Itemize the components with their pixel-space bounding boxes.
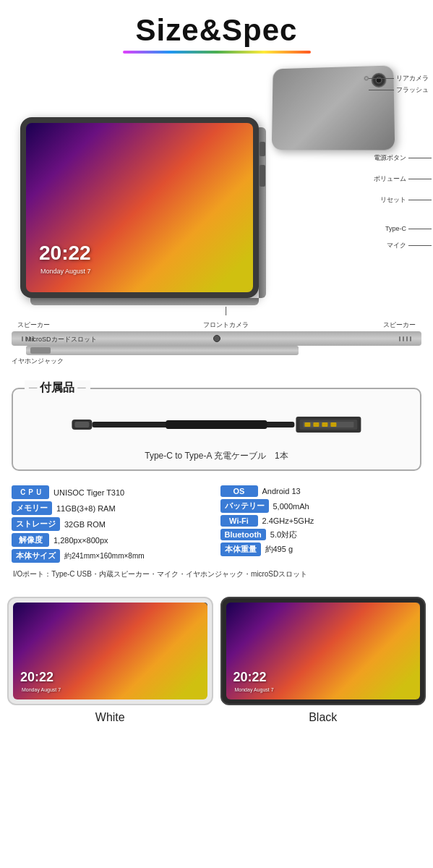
spec-storage-label: ストレージ [12,517,60,531]
tablet-white: 20:22 Monday August 7 [7,597,213,705]
spec-memory-value: 11GB(3+8) RAM [56,504,116,513]
spec-os-value: Android 13 [262,487,301,495]
spec-size: 本体サイズ 約241mm×160mm×8mm [12,549,213,563]
white-screen: 20:22 Monday August 7 [13,603,207,699]
spec-bluetooth: Bluetooth 5.0対応 [220,529,422,540]
microsd-section: MicroSDカードスロット イヤホンジャック [12,335,375,366]
spec-size-value: 約241mm×160mm×8mm [64,551,145,561]
cable-svg [63,407,370,443]
spec-cpu-value: UNISOC Tiger T310 [53,488,124,497]
color-variant-black: 20:22 Monday August 7 Black [220,597,426,724]
tablet-diagram: リアカメラ フラッシュ 20:22 Monday August 7 [0,59,433,378]
black-screen-date: Monday August 7 [235,687,274,692]
color-variants-section: 20:22 Monday August 7 White 20:22 Monday… [0,587,433,736]
reset-label: リセット [374,195,432,205]
black-screen-time: 20:22 [233,670,267,685]
black-screen: 20:22 Monday August 7 [226,603,421,699]
spec-wifi-label: Wi-Fi [220,515,258,527]
specs-grid: ＣＰＵ UNISOC Tiger T310 メモリー 11GB(3+8) RAM… [12,485,421,565]
color-variant-white: 20:22 Monday August 7 White [7,597,213,724]
microsd-label: MicroSDカードスロット [26,335,375,344]
tablet-front-view: 20:22 Monday August 7 [20,117,259,298]
spec-battery: バッテリー 5,000mAh [220,499,422,513]
spec-weight-value: 約495 g [265,544,293,555]
spec-cpu-label: ＣＰＵ [12,485,49,499]
spec-weight: 本体重量 約495 g [220,542,422,556]
spec-resolution-label: 解像度 [12,533,49,547]
page-title: Size&Spec [0,13,433,48]
earphone-label: イヤホンジャック [12,357,375,366]
spec-memory-label: メモリー [12,501,52,515]
io-ports-text: I/Oポート：Type-C USB・内蔵スピーカー・マイク・イヤホンジャック・m… [12,569,421,579]
specs-section: ＣＰＵ UNISOC Tiger T310 メモリー 11GB(3+8) RAM… [0,478,433,587]
volume-label: ボリューム [374,174,432,184]
specs-right-column: OS Android 13 バッテリー 5,000mAh Wi-Fi 2.4GH… [220,485,422,565]
spec-battery-value: 5,000mAh [273,502,309,511]
spec-storage-value: 32GB ROM [64,520,106,529]
title-section: Size&Spec [0,0,433,59]
spec-size-label: 本体サイズ [12,549,60,563]
microsd-bar [26,346,299,355]
spec-storage: ストレージ 32GB ROM [12,517,213,531]
speaker-right-dots [399,336,411,341]
accessories-title: 付属品 [25,380,90,396]
svg-rect-6 [303,422,353,427]
tablet-screen: 20:22 Monday August 7 [26,123,253,292]
svg-rect-9 [322,422,327,427]
screen-date: Monday August 7 [40,268,91,275]
cable-container [25,399,408,447]
spec-memory: メモリー 11GB(3+8) RAM [12,501,213,515]
tablet-right-edge [259,127,266,298]
rear-camera-label: リアカメラ フラッシュ [369,74,429,95]
spec-weight-label: 本体重量 [220,542,261,556]
spec-wifi: Wi-Fi 2.4GHz+5GHz [220,515,422,527]
white-screen-time: 20:22 [20,670,53,685]
speaker-left-label: スピーカー [17,320,50,330]
spec-bluetooth-label: Bluetooth [220,529,266,540]
spec-cpu: ＣＰＵ UNISOC Tiger T310 [12,485,213,499]
mic-label: マイク [374,241,432,250]
spec-os: OS Android 13 [220,485,422,497]
spec-wifi-value: 2.4GHz+5GHz [262,516,314,525]
power-button-label: 電源ボタン [374,153,432,163]
spec-os-label: OS [220,485,258,497]
svg-rect-7 [304,422,310,427]
title-underline-bar [123,51,311,54]
black-color-name: Black [220,711,426,724]
svg-rect-1 [74,422,89,427]
specs-left-column: ＣＰＵ UNISOC Tiger T310 メモリー 11GB(3+8) RAM… [12,485,213,565]
typec-label: Type-C [374,225,432,232]
spec-resolution: 解像度 1,280px×800px [12,533,213,547]
flash [364,76,369,80]
cable-caption: Type-C to Type-A 充電ケーブル 1本 [25,450,408,462]
white-screen-date: Monday August 7 [22,687,61,692]
svg-rect-10 [330,422,336,427]
svg-rect-3 [166,420,267,429]
spec-resolution-value: 1,280px×800px [53,536,108,545]
tablet-black: 20:22 Monday August 7 [220,597,426,705]
spec-battery-label: バッテリー [220,499,269,513]
spec-bluetooth-value: 5.0対応 [270,529,297,540]
side-labels: 電源ボタン ボリューム リセット Type-C マイク [374,153,432,250]
svg-rect-8 [313,422,319,427]
speaker-right-label: スピーカー [383,320,416,330]
accessories-section: 付属品 Type-C to Type-A 充電ケーブル 1本 [12,388,421,471]
white-color-name: White [7,711,213,724]
screen-time: 20:22 [39,242,91,265]
tablet-bottom-edge [30,298,259,305]
